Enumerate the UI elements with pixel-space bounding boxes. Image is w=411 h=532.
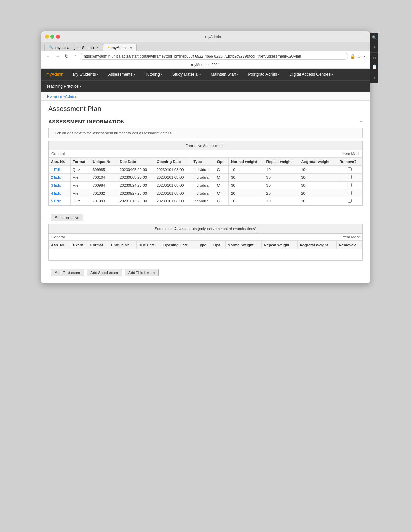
- nav-arrow-students: ▾: [97, 73, 99, 76]
- summative-table-wrapper: Summative Assessments (only non-timetabl…: [48, 224, 363, 261]
- remove-checkbox-4[interactable]: [348, 199, 352, 203]
- nav-second-row: Teaching Practice ▾: [41, 80, 370, 92]
- tab-myunisa-login[interactable]: 🔍 myunisa login - Search ✕: [44, 44, 103, 51]
- title-bar: myAdmin: [41, 31, 370, 42]
- ass-nr-link-4[interactable]: 5: [51, 199, 54, 203]
- sum-col-unique-nr: Unique Nr.: [109, 241, 136, 249]
- tab-label-2: myAdmin: [112, 46, 127, 50]
- nav-item-assessments[interactable]: Assessments ▾: [103, 69, 140, 80]
- add-third-exam-button[interactable]: Add Third exam: [125, 269, 159, 276]
- nav-item-tutoring[interactable]: Tutoring ▾: [140, 69, 167, 80]
- edit-link-4[interactable]: Edit: [54, 199, 61, 203]
- cell-format: File: [70, 189, 90, 197]
- nav-label-assessments: Assessments: [108, 72, 133, 77]
- window-controls[interactable]: [45, 35, 60, 39]
- add-first-exam-button[interactable]: Add First exam: [51, 269, 84, 276]
- info-box: Add Formative Click on edit next to the …: [48, 128, 363, 138]
- sum-col-aegrotat-weight: Aegrotat weight: [297, 241, 337, 249]
- forward-button[interactable]: →: [54, 53, 61, 60]
- remove-checkbox-3[interactable]: [348, 191, 352, 195]
- section-toggle-icon[interactable]: −: [359, 118, 363, 124]
- cell-due-date: 20230608 20:00: [117, 174, 154, 182]
- nav-label-maintain: Maintain Staff: [211, 72, 236, 77]
- star-icon[interactable]: ☆: [357, 54, 361, 59]
- side-office-icon[interactable]: ✉: [371, 54, 377, 62]
- cell-opening-date: 20230101 08:00: [154, 174, 191, 182]
- side-plus-icon[interactable]: +: [372, 74, 377, 82]
- breadcrumb: Home / myAdmin: [41, 92, 370, 101]
- tab-myadmin[interactable]: ~ myAdmin ✕: [103, 44, 137, 51]
- close-button[interactable]: [56, 35, 60, 39]
- cell-remove[interactable]: [337, 174, 362, 182]
- remove-checkbox-0[interactable]: [348, 167, 352, 171]
- remove-checkbox-2[interactable]: [348, 183, 352, 187]
- edit-link-3[interactable]: Edit: [54, 191, 61, 195]
- nav-item-myadmin[interactable]: myAdmin: [41, 69, 68, 80]
- add-suppl-exam-button[interactable]: Add Suppl exam: [87, 269, 122, 276]
- nav-label-study: Study Material: [172, 72, 199, 77]
- edit-link-0[interactable]: Edit: [54, 168, 61, 172]
- cell-format: File: [70, 174, 90, 182]
- breadcrumb-myadmin[interactable]: myAdmin: [60, 94, 76, 98]
- col-opt: Opt.: [215, 158, 229, 166]
- cell-type: Individual: [191, 197, 215, 205]
- sum-col-type: Type: [196, 241, 211, 249]
- cell-opening-date: 20230101 08:00: [154, 197, 191, 205]
- nav-arrow-assessments: ▾: [134, 73, 135, 76]
- sum-col-format: Format: [88, 241, 109, 249]
- table-row: 2 Edit File 700104 20230608 20:00 202301…: [49, 174, 362, 182]
- nav-item-study[interactable]: Study Material ▾: [167, 69, 206, 80]
- minimize-button[interactable]: [45, 35, 49, 39]
- cell-format: Quiz: [70, 197, 90, 205]
- menu-icon[interactable]: ⋯: [362, 54, 367, 59]
- refresh-button[interactable]: ↻: [63, 53, 70, 60]
- profile-icon: 🔒: [350, 54, 356, 59]
- cell-remove[interactable]: [337, 182, 362, 189]
- nav-item-students[interactable]: My Students ▾: [68, 69, 103, 80]
- url-input[interactable]: [80, 53, 348, 60]
- side-add-icon[interactable]: +: [372, 43, 377, 51]
- ass-nr-link-1[interactable]: 2: [51, 175, 54, 180]
- summative-general-label: General: [51, 235, 65, 239]
- cell-repeat-weight: 10: [264, 197, 299, 205]
- ass-nr-link-0[interactable]: 1: [51, 168, 54, 172]
- nav-label-digital: Digital Access Centres: [289, 72, 331, 77]
- ass-nr-link-3[interactable]: 4: [51, 191, 54, 195]
- summative-sub-header: General Year Mark: [49, 234, 362, 241]
- cell-opt: C: [215, 166, 229, 174]
- cell-aegrotat-weight: 10: [299, 197, 337, 205]
- nav-item-digital[interactable]: Digital Access Centres ▾: [285, 69, 338, 80]
- cell-opt: C: [215, 189, 229, 197]
- maximize-button[interactable]: [50, 35, 54, 39]
- nav-item-teaching[interactable]: Teaching Practice ▾: [41, 82, 86, 91]
- table-row: 5 Edit Quiz 701093 20231013 20:00 202301…: [49, 197, 362, 205]
- tab-close-2[interactable]: ✕: [129, 46, 132, 50]
- remove-checkbox-1[interactable]: [348, 175, 352, 179]
- modules-label: myModules 2021: [191, 63, 220, 67]
- col-ass-nr: Ass. Nr.: [49, 158, 71, 166]
- cell-opt: C: [215, 174, 229, 182]
- info-message: Click on edit next to the assessment num…: [53, 131, 172, 135]
- cell-format: File: [70, 182, 90, 189]
- cell-unique-nr: 700984: [90, 182, 117, 189]
- side-search-icon[interactable]: 🔍: [371, 34, 378, 41]
- edit-link-2[interactable]: Edit: [54, 183, 61, 187]
- cell-ass-nr: 2 Edit: [49, 174, 71, 182]
- cell-remove[interactable]: [337, 166, 362, 174]
- cell-remove[interactable]: [337, 189, 362, 197]
- new-tab-button[interactable]: +: [137, 45, 145, 51]
- edit-link-1[interactable]: Edit: [54, 175, 61, 180]
- ass-nr-link-2[interactable]: 3: [51, 183, 54, 187]
- nav-item-postgrad[interactable]: Postgrad Admin ▾: [244, 69, 285, 80]
- cell-remove[interactable]: [337, 197, 362, 205]
- cell-normal-weight: 10: [229, 166, 264, 174]
- breadcrumb-home[interactable]: Home: [47, 94, 57, 98]
- cell-format: Quiz: [70, 166, 90, 174]
- home-button[interactable]: ⌂: [72, 53, 78, 60]
- add-formative-button[interactable]: Add Formative: [51, 214, 83, 221]
- back-button[interactable]: ←: [44, 53, 52, 60]
- nav-item-maintain[interactable]: Maintain Staff ▾: [206, 69, 243, 80]
- tab-close-1[interactable]: ✕: [96, 46, 99, 49]
- side-outlook-icon[interactable]: 📋: [371, 63, 378, 71]
- tab-favicon-2: ~: [108, 46, 110, 50]
